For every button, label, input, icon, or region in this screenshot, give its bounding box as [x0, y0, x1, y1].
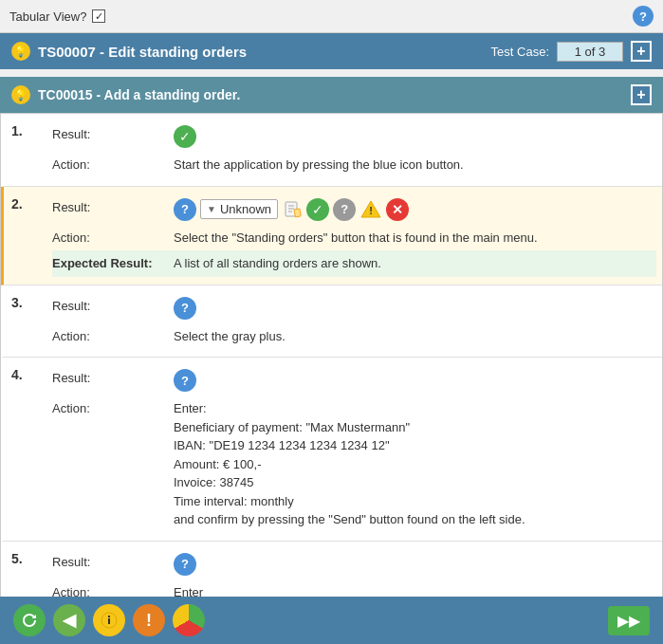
test-case-input[interactable]: 1 of 3	[557, 42, 623, 62]
bottom-left-buttons: ◀ !	[13, 604, 205, 636]
tc-title-group: 💡 TC00015 - Add a standing order.	[11, 85, 240, 104]
bottom-right-buttons: ▶▶	[608, 606, 650, 635]
step-4-action-row: Action: Enter: Beneficiary of payment: "…	[52, 396, 656, 533]
step-4-line-1: Beneficiary of payment: "Max Mustermann"	[174, 418, 656, 437]
tabular-view-checkbox[interactable]	[92, 9, 105, 23]
top-bar-left: Tabular View?	[9, 9, 105, 24]
tc-title: TC00015 - Add a standing order.	[38, 87, 240, 102]
step-5-result-label: Result:	[52, 553, 166, 569]
step-2-expected-text: A list of all standing orders are shown.	[174, 254, 656, 273]
top-bar: Tabular View? ?	[0, 0, 663, 33]
refresh-button[interactable]	[13, 604, 46, 636]
step-4-line-4: Invoice: 38745	[174, 473, 656, 492]
step-2-warning-icon[interactable]: !	[359, 198, 382, 221]
step-2-unknown-text: Unknown	[220, 202, 271, 216]
ts-add-button[interactable]: +	[631, 41, 652, 62]
step-2-result-row: Result: ? ▼ Unknown	[52, 194, 656, 225]
help-icon: ?	[639, 9, 647, 24]
step-3-action-label: Action:	[52, 327, 166, 343]
step-row-3: 3. Result: ? Action: Select the gray plu…	[1, 285, 662, 359]
ts-title-group: 💡 TS00007 - Edit standing orders	[11, 42, 247, 61]
step-2-check-icon[interactable]: ✓	[306, 198, 329, 221]
help-button[interactable]: ?	[633, 6, 654, 27]
step-4-line-0: Enter:	[174, 399, 656, 418]
svg-rect-9	[108, 616, 110, 617]
step-4-question-icon[interactable]: ?	[174, 369, 196, 392]
tabular-view-label: Tabular View?	[9, 9, 86, 24]
step-3-question-icon[interactable]: ?	[174, 297, 196, 320]
step-3-action-row: Action: Select the gray plus.	[52, 323, 656, 350]
tc-add-button[interactable]: +	[631, 84, 652, 105]
step-2-action-row: Action: Select the "Standing orders" but…	[52, 225, 656, 251]
step-1-action-text: Start the application by pressing the bl…	[174, 156, 656, 175]
step-1-result-label: Result:	[52, 125, 166, 141]
step-row-2: 2. Result: ? ▼ Unknown	[1, 187, 662, 285]
step-1-result-check-icon: ✓	[174, 125, 196, 148]
step-2-expected-row: Expected Result: A list of all standing …	[52, 250, 656, 277]
step-num-4: 4.	[4, 358, 46, 541]
step-2-result-icons: ? ▼ Unknown	[174, 198, 409, 221]
step-2-result-label: Result:	[52, 198, 166, 214]
step-4-line-2: IBAN: "DE19 1234 1234 1234 1234 12"	[174, 436, 656, 455]
step-1-action-row: Action: Start the application by pressin…	[52, 152, 656, 178]
step-4-result-label: Result:	[52, 369, 166, 385]
svg-text:!: !	[369, 205, 373, 216]
ts-right-group: Test Case: 1 of 3 +	[491, 41, 652, 62]
svg-rect-4	[294, 208, 301, 216]
forward-button[interactable]: ▶▶	[608, 606, 650, 635]
step-4-line-3: Amount: € 100,-	[174, 455, 656, 474]
step-4-line-6: and confirm by pressing the "Send" butto…	[174, 510, 656, 529]
tc-bulb-icon: 💡	[11, 85, 30, 104]
step-num-1: 1.	[4, 114, 46, 186]
step-num-3: 3.	[4, 285, 46, 358]
step-1-result-row: Result: ✓	[52, 121, 656, 152]
step-1-action-label: Action:	[52, 156, 166, 172]
step-num-2: 2.	[4, 187, 46, 285]
info-button[interactable]	[93, 604, 125, 636]
step-2-close-icon[interactable]: ✕	[386, 198, 409, 221]
step-4-line-5: Time interval: monthly	[174, 492, 656, 511]
step-3-action-text: Select the gray plus.	[174, 327, 656, 346]
ts-header-bar: 💡 TS00007 - Edit standing orders Test Ca…	[0, 33, 663, 69]
tc-header-bar: 💡 TC00015 - Add a standing order. +	[0, 77, 663, 113]
step-2-edit-icon[interactable]	[282, 199, 303, 220]
multi-button[interactable]	[173, 604, 205, 636]
alert-button[interactable]: !	[133, 604, 165, 636]
step-3-result-row: Result: ?	[52, 293, 656, 323]
step-2-expected-label: Expected Result:	[52, 254, 166, 270]
step-row-1: 1. Result: ✓ Action: Start the applicati…	[1, 114, 662, 187]
main-content: 1. Result: ✓ Action: Start the applicati…	[0, 113, 663, 644]
step-content-1: Result: ✓ Action: Start the application …	[46, 114, 662, 186]
forward-icon: ▶▶	[617, 612, 640, 630]
step-content-3: Result: ? Action: Select the gray plus.	[46, 285, 662, 358]
back-button[interactable]: ◀	[53, 604, 85, 636]
step-row-4: 4. Result: ? Action: Enter: Beneficiary …	[1, 358, 662, 542]
step-4-action-label: Action:	[52, 399, 166, 415]
bottom-bar: ◀ ! ▶▶	[0, 597, 663, 644]
svg-rect-8	[108, 618, 110, 624]
ts-title: TS00007 - Edit standing orders	[38, 44, 247, 60]
step-5-result-row: Result: ?	[52, 549, 656, 580]
step-2-action-text: Select the "Standing orders" button that…	[174, 229, 656, 248]
step-4-result-row: Result: ?	[52, 365, 656, 396]
step-2-action-label: Action:	[52, 229, 166, 245]
step-content-2: Result: ? ▼ Unknown	[46, 187, 662, 285]
step-5-question-icon[interactable]: ?	[174, 553, 196, 576]
step-2-unknown-dropdown[interactable]: ▼ Unknown	[200, 199, 278, 219]
step-2-question-icon[interactable]: ?	[174, 198, 196, 221]
ts-bulb-icon: 💡	[11, 42, 30, 61]
step-2-gray-question-icon[interactable]: ?	[333, 198, 356, 221]
step-content-4: Result: ? Action: Enter: Beneficiary of …	[46, 358, 662, 541]
step-4-action-text: Enter: Beneficiary of payment: "Max Must…	[174, 399, 656, 529]
test-case-label: Test Case:	[491, 45, 549, 59]
step-3-result-label: Result:	[52, 297, 166, 313]
dropdown-arrow-icon: ▼	[207, 204, 216, 214]
